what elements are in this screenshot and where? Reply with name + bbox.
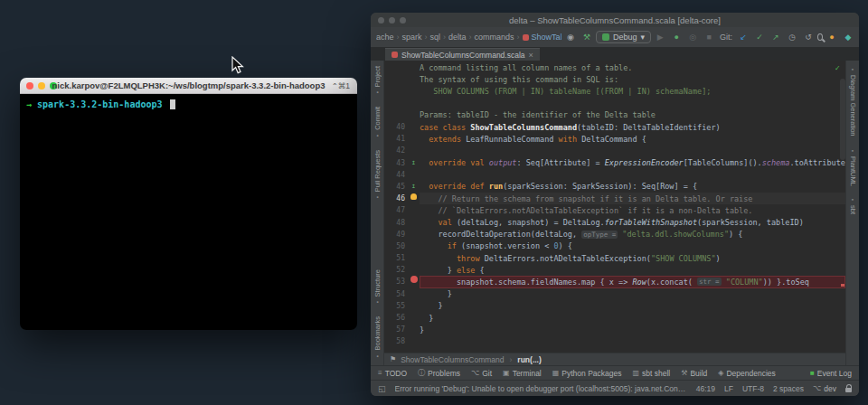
gutter-mark[interactable]	[408, 73, 420, 85]
line-number[interactable]: 49	[384, 231, 408, 239]
gutter-mark[interactable]	[408, 324, 420, 335]
toolwindow-sbt-shell[interactable]: ▥sbt shell	[632, 369, 670, 378]
line-number[interactable]: 48	[384, 219, 408, 227]
build-hammer-icon[interactable]: ⚒	[581, 33, 592, 42]
line-number[interactable]: 41	[384, 135, 408, 143]
history-icon[interactable]: ◷	[787, 33, 797, 42]
tab-showtablecolumnscommand[interactable]: ShowTableColumnsCommand.scala ×	[385, 48, 540, 61]
breakpoint-icon[interactable]	[410, 276, 418, 283]
line-number[interactable]: 56	[384, 314, 408, 322]
gutter-mark[interactable]	[408, 229, 420, 240]
line-number[interactable]: 47	[384, 206, 408, 214]
line-number[interactable]: 51	[384, 254, 408, 262]
override-icon[interactable]: ↥	[411, 158, 416, 166]
toolwindow-problems[interactable]: ⓘProblems	[418, 368, 460, 378]
line-number[interactable]: 57	[384, 325, 408, 334]
gutter-mark[interactable]	[408, 169, 420, 181]
breadcrumb-file[interactable]: ShowTableColumnsCommand.scala	[523, 33, 561, 42]
intention-bulb-icon[interactable]	[410, 193, 417, 200]
tool-window-switcher-icon[interactable]: ◱	[378, 384, 386, 393]
rollback-icon[interactable]: ↺	[803, 33, 814, 42]
git-branch-widget[interactable]: ⌥dev	[813, 384, 836, 393]
debug-bug-icon[interactable]: ●	[671, 33, 682, 42]
close-icon[interactable]	[26, 82, 33, 89]
gutter-mark[interactable]	[408, 109, 420, 121]
line-number[interactable]: 46	[384, 194, 408, 202]
file-encoding[interactable]: UTF-8	[742, 384, 764, 393]
editor-scrollbar[interactable]	[840, 79, 845, 160]
stripe-item-bookmarks[interactable]: ▪Bookmarks	[373, 311, 382, 365]
minimize-icon[interactable]	[38, 82, 45, 89]
gutter-mark[interactable]	[408, 145, 420, 156]
override-icon[interactable]: ↥	[411, 182, 416, 190]
error-stripe-mark[interactable]	[841, 284, 844, 287]
breadcrumb-item[interactable]: spark	[402, 33, 422, 42]
terminal-body[interactable]: → spark-3.3.2-bin-hadoop3	[20, 94, 357, 330]
toolwindow-event-log[interactable]: ■Event Log	[810, 369, 852, 378]
breadcrumb-item[interactable]: commands	[475, 33, 514, 42]
line-number[interactable]: 54	[384, 290, 408, 298]
ide-titlebar[interactable]: delta – ShowTableColumnsCommand.scala [d…	[371, 13, 859, 27]
close-tab-icon[interactable]: ×	[529, 51, 533, 60]
update-available-icon[interactable]: ●	[826, 33, 837, 42]
toolwindow-build[interactable]: ⚒Build	[681, 369, 707, 378]
gutter-mark[interactable]	[408, 252, 420, 264]
gutter-mark[interactable]	[408, 300, 420, 312]
profile-icon[interactable]: ◆	[843, 33, 854, 42]
gutter-mark[interactable]	[408, 121, 420, 133]
git-update-icon[interactable]: ↙	[738, 33, 749, 42]
gutter-mark[interactable]	[408, 204, 420, 216]
line-number[interactable]: 44	[384, 171, 408, 179]
stop-icon[interactable]: ■	[703, 33, 714, 42]
search-everywhere-icon[interactable]	[817, 33, 823, 41]
line-number[interactable]: 52	[384, 266, 408, 274]
gutter-mark[interactable]	[408, 264, 420, 276]
code-with-me-icon[interactable]: ◉	[565, 33, 576, 42]
gutter-mark[interactable]: ↥	[408, 157, 420, 169]
gutter-mark[interactable]	[408, 98, 420, 109]
gutter-mark[interactable]	[408, 216, 420, 228]
stripe-item-structure[interactable]: ▪Structure	[373, 264, 382, 311]
git-push-icon[interactable]: ↗	[770, 33, 781, 42]
caret-position[interactable]: 46:19	[696, 384, 715, 393]
line-number[interactable]: 55	[384, 302, 408, 310]
stripe-item-sbt[interactable]: ▪sbt	[849, 191, 857, 220]
gutter-mark[interactable]	[408, 288, 420, 300]
gutter-mark[interactable]: ↥	[408, 181, 420, 193]
toolwindow-git[interactable]: ⌥Git	[471, 369, 492, 378]
gutter-mark[interactable]	[408, 133, 420, 145]
bookmark-icon[interactable]: ⚑	[390, 355, 396, 363]
coverage-icon[interactable]: ◎	[687, 33, 698, 42]
breadcrumb-item[interactable]: delta	[448, 33, 467, 42]
breadcrumb-item[interactable]: sql	[430, 33, 441, 42]
line-number[interactable]: 58	[384, 337, 408, 345]
stripe-item-pull-requests[interactable]: ▪Pull Requests	[373, 145, 382, 206]
zoom-icon[interactable]	[50, 82, 57, 89]
gutter-mark[interactable]	[408, 85, 420, 97]
run-icon[interactable]: ▶	[655, 33, 665, 42]
line-number[interactable]: 40	[384, 123, 408, 131]
terminal-titlebar[interactable]: nick.karpov@F2LMQLPH3K:~/ws/blogtmp/spar…	[20, 78, 357, 94]
gutter-mark[interactable]	[408, 240, 420, 252]
breadcrumb-item[interactable]: ache	[376, 33, 394, 42]
gutter-mark[interactable]	[408, 193, 420, 204]
toolwindow-terminal[interactable]: ▣Terminal	[503, 369, 542, 378]
breadcrumb-class[interactable]: ShowTableColumnsCommand	[401, 355, 504, 364]
code-editor[interactable]: ✓ A command listing all column names of …	[384, 61, 845, 353]
line-number[interactable]: 53	[384, 278, 408, 286]
git-commit-icon[interactable]: ✓	[754, 33, 765, 42]
toolwindow-python-packages[interactable]: ▦Python Packages	[552, 369, 622, 378]
toolwindow-todo[interactable]: ≡TODO	[378, 369, 407, 378]
breadcrumb-member[interactable]: run(...)	[517, 355, 541, 364]
stripe-item-project[interactable]: ▪Project	[373, 61, 382, 101]
gutter-mark[interactable]	[408, 61, 420, 73]
toolwindow-dependencies[interactable]: ◈Dependencies	[718, 369, 776, 378]
indent-style[interactable]: 2 spaces	[773, 384, 804, 393]
stripe-item-commit[interactable]: ▪Commit	[373, 101, 382, 145]
write-access-lock-icon[interactable]	[845, 388, 852, 392]
gutter-mark[interactable]	[408, 312, 420, 324]
line-number[interactable]: 45	[384, 183, 408, 191]
line-separator[interactable]: LF	[724, 384, 733, 393]
gutter-mark[interactable]	[408, 276, 420, 287]
gutter-mark[interactable]	[408, 335, 420, 347]
